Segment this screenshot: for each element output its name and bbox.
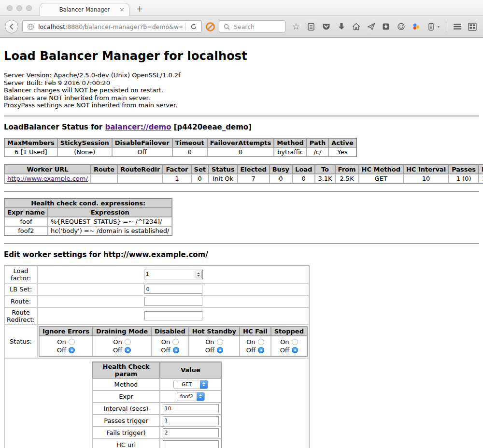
stopped-off-radio[interactable] xyxy=(292,347,298,353)
home-icon[interactable] xyxy=(351,22,361,31)
col-expression: Expression xyxy=(48,208,172,217)
hc-passes-input[interactable] xyxy=(163,416,219,425)
hc-expr-row: Expr foof2 xyxy=(92,390,221,403)
worker-url-link[interactable]: http://www.example.com/ xyxy=(7,175,88,182)
url-bar[interactable]: localhost:8880/balancer-manager?b=demo&w… xyxy=(22,20,202,33)
edit-worker-heading: Edit worker settings for http://www.exam… xyxy=(4,250,479,259)
col-hc-method: HC Method xyxy=(359,165,403,174)
ignore-errors-on-radio[interactable] xyxy=(69,339,75,345)
select-chevrons-icon xyxy=(197,392,204,401)
search-bar[interactable] xyxy=(219,20,285,33)
route-redirect-input[interactable] xyxy=(144,311,202,320)
col-method: Method xyxy=(274,138,306,147)
col-ignore-errors: Ignore Errors xyxy=(39,327,93,336)
disabled-on-radio[interactable] xyxy=(172,339,179,345)
select-chevrons-icon xyxy=(200,380,208,389)
hot-standby-on-radio[interactable] xyxy=(217,339,223,345)
tab-close-icon[interactable]: × xyxy=(119,6,125,13)
container-battery-icon[interactable] xyxy=(426,22,436,31)
zoom-window-button[interactable] xyxy=(26,5,32,11)
load-factor-field[interactable] xyxy=(144,271,196,277)
back-button[interactable] xyxy=(5,20,18,33)
draining-mode-radios: On Off xyxy=(93,336,151,356)
window-controls[interactable] xyxy=(7,5,32,11)
url-text[interactable]: localhost:8880/balancer-manager?b=demo&w… xyxy=(38,23,183,30)
content-blocker-icon[interactable] xyxy=(206,22,215,31)
minimize-window-button[interactable] xyxy=(16,5,22,11)
draining-mode-on-radio[interactable] xyxy=(125,339,131,345)
status-radio-row: On Off On Off On Off xyxy=(39,336,307,356)
server-info: Server Version: Apache/2.5.0-dev (Unix) … xyxy=(4,72,479,109)
hc-passes-row: Passes trigger xyxy=(92,415,221,427)
hc-fail-off-radio[interactable] xyxy=(258,347,264,353)
draining-mode-off-radio[interactable] xyxy=(125,347,131,353)
hc-uri-input[interactable] xyxy=(163,440,219,448)
hc-method-row: Method GET xyxy=(92,378,221,390)
col-draining-mode: Draining Mode xyxy=(93,327,151,336)
col-path: Path xyxy=(307,138,328,147)
hot-standby-radios: On Off xyxy=(189,336,240,356)
table-header-row: MaxMembers StickySession DisableFailover… xyxy=(4,138,356,147)
chevron-down-icon[interactable]: ▾ xyxy=(438,25,440,29)
close-window-button[interactable] xyxy=(7,5,13,11)
radio-on-label: On xyxy=(205,338,214,346)
send-plane-icon[interactable] xyxy=(366,22,376,31)
hc-fail-on-radio[interactable] xyxy=(258,339,264,345)
bookmark-star-icon[interactable]: ☆ xyxy=(291,22,301,31)
hc-fails-row: Fails trigger) xyxy=(92,427,221,439)
cell-path: /c/ xyxy=(307,147,328,157)
col-stickysession: StickySession xyxy=(57,138,112,147)
hot-standby-off-radio[interactable] xyxy=(217,347,223,353)
reload-icon[interactable] xyxy=(189,22,199,31)
back-arrow-icon xyxy=(7,22,16,31)
new-tab-button[interactable]: + xyxy=(136,5,143,13)
table-row: 6 [1 Used] (None) Off 0 0 bytraffic /c/ … xyxy=(4,147,356,157)
ignore-errors-off-radio[interactable] xyxy=(69,347,75,353)
number-stepper-icon[interactable] xyxy=(196,271,202,278)
col-maxmembers: MaxMembers xyxy=(4,138,57,147)
browser-titlebar: Balancer Manager × + xyxy=(0,0,483,16)
stopped-on-radio[interactable] xyxy=(292,339,298,345)
balancer-demo-link[interactable]: balancer://demo xyxy=(105,123,171,131)
cell-hc-method: GET xyxy=(359,174,403,183)
table-row: http://www.example.com/ 1 0 Init Ok 7 0 … xyxy=(4,174,483,183)
lb-set-input[interactable] xyxy=(144,285,202,294)
tiles-grid-icon[interactable] xyxy=(468,22,477,31)
reading-list-icon[interactable] xyxy=(306,22,316,31)
hc-method-select[interactable]: GET xyxy=(173,380,208,389)
radio-off-label: Off xyxy=(246,346,256,354)
url-path: :8880/balancer-manager?b=demo&w=http://w… xyxy=(65,23,183,30)
persist-note-line: Balancer changes will NOT be persisted o… xyxy=(4,87,479,94)
cell-method: bytraffic xyxy=(274,147,306,157)
route-label: Route: xyxy=(4,295,37,307)
cell-disablefailover: Off xyxy=(112,147,172,157)
download-icon[interactable] xyxy=(336,22,346,31)
col-hc-interval: HC Interval xyxy=(403,165,449,174)
hc-fails-input[interactable] xyxy=(163,428,219,437)
hc-uri-row: HC uri xyxy=(92,439,221,448)
heading-prefix: LoadBalancer Status for xyxy=(4,123,105,131)
pocket-icon[interactable] xyxy=(321,22,331,31)
route-input[interactable] xyxy=(144,297,202,306)
search-input[interactable] xyxy=(234,23,282,30)
menu-hamburger-icon[interactable] xyxy=(453,22,462,31)
radio-off-label: Off xyxy=(113,346,122,354)
colored-dots-extension-icon[interactable] xyxy=(411,22,421,31)
server-built-line: Server Built: Feb 9 2016 07:00:20 xyxy=(4,79,479,87)
forum-smiley-icon[interactable] xyxy=(396,22,406,31)
hc-expressions-table: Health check cond. expressions: Expr nam… xyxy=(4,198,172,236)
cell-passes: 1 (0) xyxy=(449,174,479,183)
col-timeout: Timeout xyxy=(172,138,207,147)
disabled-off-radio[interactable] xyxy=(173,347,179,353)
table-row: foof %{REQUEST_STATUS} =~ /^[234]/ xyxy=(4,217,172,226)
load-factor-input[interactable] xyxy=(144,270,203,279)
browser-tab[interactable]: Balancer Manager × xyxy=(40,3,129,16)
divider xyxy=(4,116,479,116)
url-separator xyxy=(185,23,186,30)
toolbar-icons: ☆ ▾ xyxy=(291,21,477,32)
panel-download-icon[interactable] xyxy=(381,22,391,31)
hc-expr-select[interactable]: foof2 xyxy=(177,392,205,401)
cell-expression: %{REQUEST_STATUS} =~ /^[234]/ xyxy=(48,217,172,226)
hc-interval-input[interactable] xyxy=(163,404,219,413)
col-disabled: Disabled xyxy=(151,327,189,336)
